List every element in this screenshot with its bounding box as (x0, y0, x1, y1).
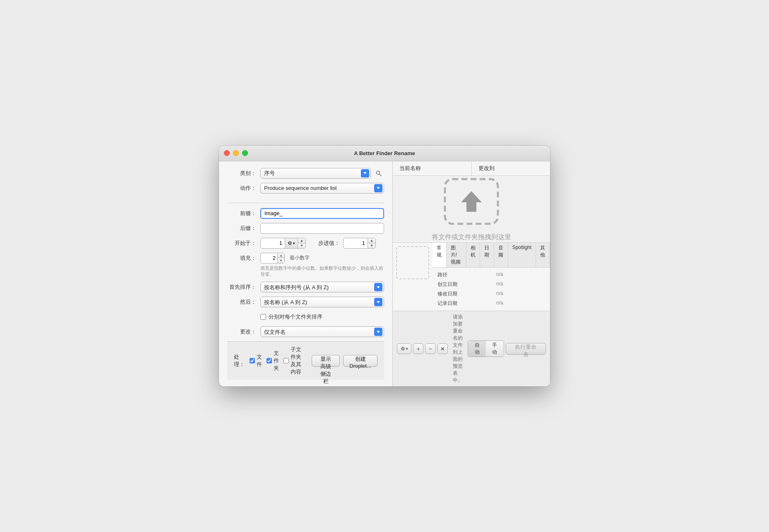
per-folder-label: 分别对每个文件夹排序 (269, 313, 322, 321)
info-recorded-label: 记录日期 (433, 299, 491, 308)
main-content: 类别： 序号 (219, 161, 550, 387)
modify-label: 更改： (227, 328, 256, 335)
tab-photo-video[interactable]: 图片/视频 (447, 243, 466, 267)
separator-1 (227, 203, 384, 203)
step-input[interactable]: 1 (343, 238, 368, 249)
start-control: 1 ⚙ ▾ ▲ ▼ 步进值： 1 ▲ (260, 238, 384, 249)
fill-desc: 最小数字 (290, 254, 310, 261)
process-folders-label: 文件夹 (274, 350, 280, 372)
sort-primary-control: 按名称和序列号 (从 A 到 Z) (260, 282, 384, 292)
fill-label: 填充： (227, 254, 256, 262)
titlebar: A Better Finder Rename (219, 146, 550, 161)
tab-other[interactable]: 其他 (536, 243, 550, 267)
start-gear-button[interactable]: ⚙ ▾ (285, 238, 298, 249)
start-number-wrap: 1 ⚙ ▾ ▲ ▼ (260, 238, 306, 249)
tab-camera[interactable]: 相机 (466, 243, 481, 267)
create-droplet-button[interactable]: 创建 Droplet... (343, 355, 377, 367)
suffix-control (260, 223, 384, 234)
gear-icon-toolbar: ⚙ (401, 346, 405, 352)
tab-normal[interactable]: 常规 (433, 243, 447, 267)
step-stepper: ▲ ▼ (368, 238, 376, 249)
minimize-button[interactable] (233, 150, 239, 156)
info-tabs: 常规 图片/视频 相机 日期 音频 Spotlight 其他 (433, 243, 550, 268)
thumbnail-area (396, 246, 429, 279)
process-folders-checkbox[interactable] (267, 357, 272, 364)
category-select[interactable]: 序号 (260, 168, 371, 179)
per-folder-checkbox[interactable] (260, 314, 266, 320)
process-files-label: 文件 (257, 353, 263, 368)
modify-control: 仅文件名 (260, 326, 384, 337)
toolbar-status: 请添加要重命名的文件到上面的预览表中。 (449, 314, 466, 384)
process-files-checkbox[interactable] (250, 357, 255, 364)
window-title: A Better Finder Rename (354, 150, 415, 156)
drop-text: 将文件或文件夹拖拽到这里 (432, 233, 511, 242)
per-folder-wrap: 分别对每个文件夹排序 (260, 313, 384, 321)
gear-dropdown-icon: ▾ (406, 347, 408, 351)
auto-button[interactable]: 自动 (468, 341, 486, 357)
fill-input[interactable]: 2 (261, 253, 277, 263)
maximize-button[interactable] (242, 150, 248, 156)
start-increment-button[interactable]: ▲ (298, 238, 305, 244)
clear-button[interactable]: ✕ (437, 343, 448, 354)
action-label: 动作： (227, 185, 256, 192)
manual-button[interactable]: 手动 (486, 341, 504, 357)
category-control: 序号 (260, 168, 384, 179)
drop-area[interactable]: 将文件或文件夹拖拽到这里 (393, 176, 550, 243)
bottom-section: 常规 图片/视频 相机 日期 音频 Spotlight 其他 路径 n/a (393, 243, 550, 311)
info-path-label: 路径 (433, 270, 491, 280)
svg-point-0 (377, 171, 380, 174)
gear-menu-button[interactable]: ⚙ ▾ (397, 343, 411, 354)
execute-button[interactable]: 执行重命名 (506, 343, 546, 355)
process-subfolders-label: 子文件夹及其内容 (291, 346, 305, 376)
add-button[interactable]: + (413, 343, 423, 354)
svg-line-1 (380, 174, 381, 176)
start-input[interactable]: 1 (260, 238, 285, 249)
show-sidebar-button[interactable]: 显示高级侧边栏 (312, 355, 340, 367)
sort-secondary-select[interactable]: 按名称 (从 A 到 Z) (260, 297, 384, 307)
sort-primary-select[interactable]: 按名称和序列号 (从 A 到 Z) (260, 282, 384, 292)
preview-header: 当前名称 更改到 (393, 161, 550, 176)
traffic-lights (224, 150, 248, 156)
step-decrement-button[interactable]: ▼ (368, 243, 375, 248)
process-folders-item[interactable]: 文件夹 (267, 350, 280, 372)
sort-primary-row: 首先排序： 按名称和序列号 (从 A 到 Z) (227, 282, 384, 292)
fill-stepper: ▲ ▼ (277, 253, 284, 263)
sort-secondary-row: 然后： 按名称 (从 A 到 Z) (227, 297, 384, 307)
tab-spotlight[interactable]: Spotlight (508, 243, 536, 267)
prefix-row: 前缀： Image_ (227, 208, 384, 219)
step-increment-button[interactable]: ▲ (368, 238, 375, 244)
toolbar-bottom: ⚙ ▾ + − ✕ 请添加要重命名的文件到上面的预览表中。 自动 (393, 311, 550, 386)
fill-increment-button[interactable]: ▲ (278, 253, 284, 259)
info-modified-label: 修改日期 (433, 289, 491, 299)
process-subfolders-item[interactable]: 子文件夹及其内容 (284, 346, 305, 376)
suffix-row: 后缀： (227, 223, 384, 234)
prefix-label: 前缀： (227, 210, 256, 217)
info-created-value: n/a (491, 280, 550, 289)
sort-secondary-select-wrap: 按名称 (从 A 到 Z) (260, 297, 384, 307)
close-button[interactable] (224, 150, 230, 156)
search-icon-button[interactable] (373, 168, 384, 179)
minus-icon: − (429, 346, 432, 352)
svg-marker-3 (461, 191, 482, 212)
modify-select[interactable]: 仅文件名 (260, 326, 384, 337)
fill-decrement-button[interactable]: ▼ (278, 258, 284, 263)
prefix-input[interactable]: Image_ (260, 208, 384, 219)
modify-select-wrap: 仅文件名 (260, 326, 384, 337)
category-select-wrap: 序号 (260, 168, 371, 179)
start-decrement-button[interactable]: ▼ (298, 243, 305, 248)
suffix-input[interactable] (260, 223, 384, 234)
close-icon: ✕ (440, 346, 445, 352)
process-files-item[interactable]: 文件 (250, 353, 263, 368)
sort-secondary-control: 按名称 (从 A 到 Z) (260, 297, 384, 307)
action-select[interactable]: Produce sequence number list (260, 183, 384, 194)
info-recorded-value: n/a (491, 299, 550, 308)
tab-date[interactable]: 日期 (480, 243, 494, 267)
fill-number-wrap: 2 ▲ ▼ (260, 253, 285, 264)
right-panel: 当前名称 更改到 将文件或文件夹拖拽到这里 (393, 161, 550, 387)
fill-row: 填充： 2 ▲ ▼ 最小数字 (227, 253, 384, 264)
process-subfolders-checkbox[interactable] (284, 357, 289, 364)
preview-col-current: 当前名称 (393, 161, 472, 175)
remove-button[interactable]: − (425, 343, 435, 354)
tab-audio[interactable]: 音频 (494, 243, 508, 267)
left-panel: 类别： 序号 (219, 161, 393, 387)
